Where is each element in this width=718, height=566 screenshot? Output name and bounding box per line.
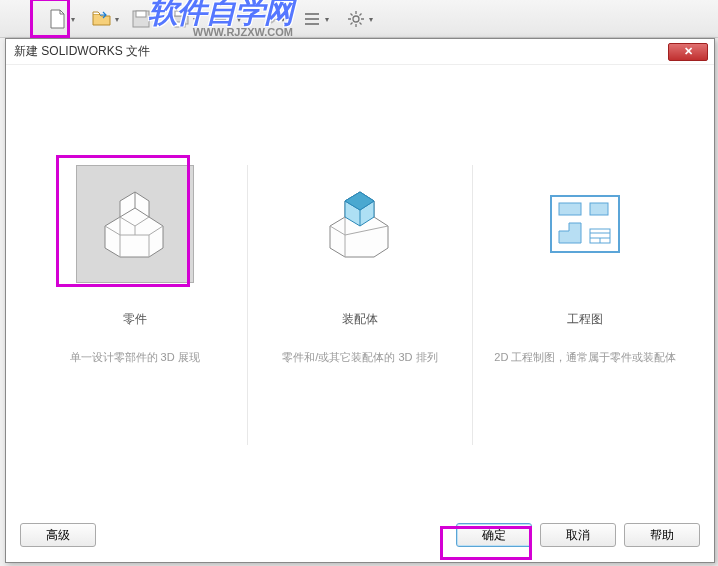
option-drawing-title: 工程图: [480, 311, 690, 328]
svg-rect-1: [136, 11, 146, 17]
svg-rect-10: [559, 203, 581, 215]
settings-button[interactable]: ▾: [336, 5, 376, 33]
close-button[interactable]: ✕: [668, 43, 708, 61]
option-drawing-icon-frame: [526, 165, 644, 283]
gear-icon: [347, 10, 365, 28]
watermark: 软件自学网 WWW.RJZXW.COM: [148, 0, 293, 38]
option-drawing-desc: 2D 工程制图，通常属于零件或装配体: [480, 350, 690, 365]
new-file-icon: [49, 9, 67, 29]
dialog-footer: 高级 确定 取消 帮助: [6, 508, 714, 562]
separator: [247, 165, 248, 445]
new-document-dialog: 新建 SOLIDWORKS 文件 ✕ 零件 单一设计零部件的 3D 展现: [5, 38, 715, 563]
dropdown-caret-icon: ▾: [71, 14, 75, 23]
drawing-icon: [550, 195, 620, 253]
ok-button[interactable]: 确定: [456, 523, 532, 547]
app-toolbar: ▾ ▾ ▾ ▾ ▾: [0, 0, 718, 38]
new-file-button[interactable]: ▾: [38, 5, 78, 33]
toolbar-padding: [4, 5, 34, 33]
option-part-desc: 单一设计零部件的 3D 展现: [30, 350, 240, 365]
svg-point-8: [353, 16, 359, 22]
part-icon: [95, 184, 175, 264]
dropdown-caret-icon: ▾: [369, 14, 373, 23]
watermark-url: WWW.RJZXW.COM: [148, 27, 293, 38]
option-drawing[interactable]: 工程图 2D 工程制图，通常属于零件或装配体: [480, 165, 690, 365]
dropdown-caret-icon: ▾: [325, 14, 329, 23]
option-part[interactable]: 零件 单一设计零部件的 3D 展现: [30, 165, 240, 365]
help-button[interactable]: 帮助: [624, 523, 700, 547]
open-file-button[interactable]: ▾: [82, 5, 122, 33]
option-assembly[interactable]: 装配体 零件和/或其它装配体的 3D 排列: [255, 165, 465, 365]
separator: [472, 165, 473, 445]
open-file-icon: [92, 11, 112, 27]
advanced-button[interactable]: 高级: [20, 523, 96, 547]
close-icon: ✕: [684, 45, 693, 58]
option-part-title: 零件: [30, 311, 240, 328]
list-button[interactable]: ▾: [292, 5, 332, 33]
dropdown-caret-icon: ▾: [115, 14, 119, 23]
option-assembly-desc: 零件和/或其它装配体的 3D 排列: [255, 350, 465, 365]
dialog-body: 零件 单一设计零部件的 3D 展现 装配体 零件和/或其它装配体的 3D 排列: [6, 65, 714, 508]
svg-rect-11: [590, 203, 608, 215]
option-part-icon-frame: [76, 165, 194, 283]
watermark-text: 软件自学网: [148, 0, 293, 28]
option-assembly-icon-frame: [301, 165, 419, 283]
list-icon: [304, 12, 320, 26]
dialog-title: 新建 SOLIDWORKS 文件: [14, 43, 150, 60]
dialog-titlebar: 新建 SOLIDWORKS 文件 ✕: [6, 39, 714, 65]
option-assembly-title: 装配体: [255, 311, 465, 328]
assembly-icon: [320, 184, 400, 264]
cancel-button[interactable]: 取消: [540, 523, 616, 547]
